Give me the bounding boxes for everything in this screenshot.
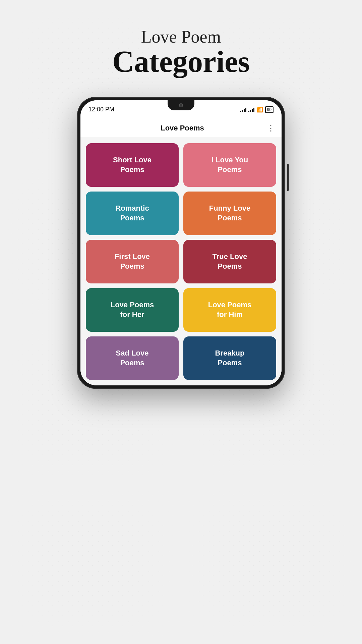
- category-label-true-love: True Love Poems: [213, 252, 247, 271]
- category-card-first-love[interactable]: First Love Poems: [86, 240, 179, 283]
- category-card-romantic[interactable]: Romantic Poems: [86, 192, 179, 235]
- app-header: Love Poems ⋮: [80, 119, 282, 138]
- category-card-funny-love[interactable]: Funny Love Poems: [183, 192, 276, 235]
- category-card-short-love[interactable]: Short Love Poems: [86, 143, 179, 187]
- status-icons: 📶 90: [240, 106, 274, 113]
- app-title: Love Poems: [98, 124, 267, 132]
- header-title: Categories: [112, 47, 250, 77]
- camera: [179, 103, 183, 107]
- category-label-sad-love: Sad Love Poems: [116, 348, 149, 368]
- category-label-i-love-you: I Love You Poems: [212, 155, 248, 174]
- category-card-love-her[interactable]: Love Poems for Her: [86, 288, 179, 332]
- signal-icon: [240, 107, 246, 112]
- category-card-i-love-you[interactable]: I Love You Poems: [183, 143, 276, 187]
- phone-mockup: 12:00 PM 📶 90: [77, 97, 285, 389]
- category-card-breakup[interactable]: Breakup Poems: [183, 336, 276, 380]
- notch: [168, 100, 194, 110]
- category-card-sad-love[interactable]: Sad Love Poems: [86, 336, 179, 380]
- category-label-romantic: Romantic Poems: [115, 204, 149, 223]
- signal-icon-2: [248, 107, 254, 112]
- status-bar: 12:00 PM 📶 90: [80, 100, 282, 119]
- category-label-love-her: Love Poems for Her: [111, 300, 154, 319]
- page-header: Love Poem Categories: [112, 27, 250, 77]
- category-label-short-love: Short Love Poems: [113, 155, 152, 174]
- battery-icon: 90: [265, 106, 274, 113]
- phone-side-button: [287, 164, 289, 191]
- more-menu-icon[interactable]: ⋮: [267, 123, 275, 133]
- wifi-icon: 📶: [256, 106, 263, 113]
- category-label-breakup: Breakup Poems: [215, 348, 244, 368]
- categories-grid: Short Love PoemsI Love You PoemsRomantic…: [80, 138, 282, 385]
- phone-screen: 12:00 PM 📶 90: [80, 100, 282, 385]
- header-subtitle: Love Poem: [112, 27, 250, 47]
- category-label-funny-love: Funny Love Poems: [209, 204, 250, 223]
- status-time: 12:00 PM: [88, 106, 114, 113]
- category-label-first-love: First Love Poems: [115, 252, 150, 271]
- category-card-love-him[interactable]: Love Poems for Him: [183, 288, 276, 332]
- category-label-love-him: Love Poems for Him: [208, 300, 252, 319]
- category-card-true-love[interactable]: True Love Poems: [183, 240, 276, 283]
